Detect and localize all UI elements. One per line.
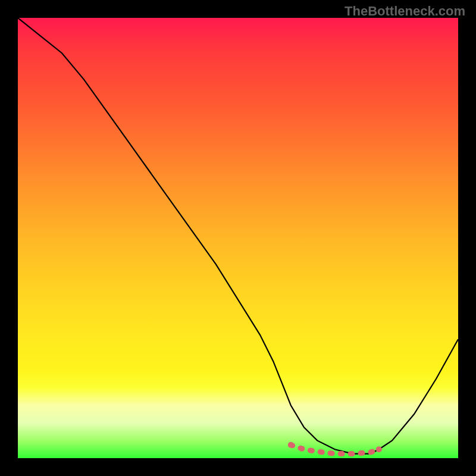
chart-svg	[18, 18, 458, 458]
chart-plot-area	[18, 18, 458, 458]
bottleneck-curve	[18, 18, 458, 454]
highlight-region	[288, 442, 382, 454]
svg-point-0	[288, 442, 294, 448]
svg-point-1	[376, 446, 382, 452]
watermark-text: TheBottleneck.com	[345, 4, 465, 19]
